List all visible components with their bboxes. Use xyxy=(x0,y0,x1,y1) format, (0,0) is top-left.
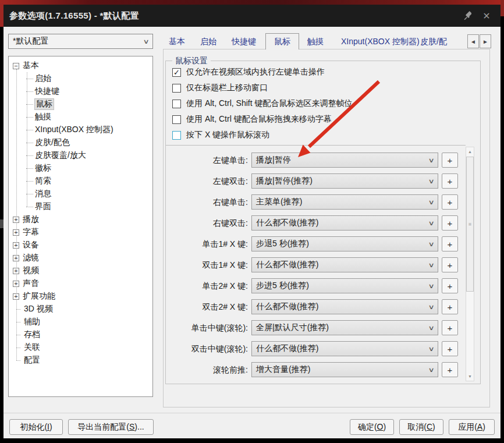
tree-connector xyxy=(26,79,33,79)
ok-button[interactable]: 确定(O) xyxy=(350,419,394,435)
tree-item-label: 字幕 xyxy=(23,227,39,238)
groupbox-title: 鼠标设置 xyxy=(172,56,211,66)
desktop-red-strip xyxy=(0,0,504,5)
tree-item-label: 鼠标 xyxy=(35,99,54,109)
footer-separator xyxy=(3,413,501,413)
tree-item[interactable]: −基本 xyxy=(9,59,152,72)
tree-connector xyxy=(26,155,33,156)
preferences-dialog: 参数选项(1.7.16555) - *默认配置 ✕ *默认配置 ∨ 基本 启始 … xyxy=(0,0,504,443)
tab-hotkeys[interactable]: 快捷键 xyxy=(232,34,256,49)
tree-item[interactable]: 消息 xyxy=(9,187,152,200)
tab-page-border xyxy=(163,49,490,407)
tree-item[interactable]: +设备 xyxy=(9,239,152,251)
tree-item-label: 设备 xyxy=(23,240,39,250)
tree-item[interactable]: 辅助 xyxy=(9,316,152,328)
tab-xinput[interactable]: XInput(XBOX 控制器) xyxy=(341,34,420,49)
tree-item[interactable]: 触摸 xyxy=(9,111,152,123)
tab-skin-truncated[interactable]: 皮肤/配 xyxy=(420,34,450,49)
tree-item-label: 播放 xyxy=(23,214,39,225)
tree-connector xyxy=(16,309,20,310)
tree-item-label: 消息 xyxy=(35,189,51,199)
tree-connector xyxy=(26,194,33,194)
tree-connector xyxy=(26,104,33,105)
tree-expand-icon[interactable]: + xyxy=(13,217,19,223)
tree-connector xyxy=(26,91,33,92)
tree-item-label: 皮肤覆盖/放大 xyxy=(35,150,86,161)
chevron-down-icon: ∨ xyxy=(143,38,149,45)
config-selector-value: *默认配置 xyxy=(13,36,48,47)
tree-item-label: 辅助 xyxy=(24,317,40,327)
tab-scroll-right-icon[interactable]: ► xyxy=(480,34,491,48)
tree-item[interactable]: 皮肤/配色 xyxy=(9,136,152,149)
tree-item[interactable]: +字幕 xyxy=(9,226,152,239)
tree-item-label: 存档 xyxy=(24,329,40,340)
tree-connector xyxy=(16,335,20,335)
tree-connector xyxy=(26,117,33,118)
tree-collapse-icon[interactable]: − xyxy=(13,63,19,69)
tree-item-label: 关联 xyxy=(24,342,40,353)
tree-item[interactable]: +声音 xyxy=(9,277,152,290)
tree-expand-icon[interactable]: + xyxy=(13,242,19,249)
tree-expand-icon[interactable]: + xyxy=(13,293,19,300)
tree-connector xyxy=(26,143,33,143)
tree-item-label: 配置 xyxy=(24,355,40,366)
tree-item-label: 基本 xyxy=(23,61,39,71)
tree-item-label: 扩展功能 xyxy=(23,291,55,302)
cancel-button[interactable]: 取消(C) xyxy=(399,419,443,435)
tree-item[interactable]: +视频 xyxy=(9,264,152,277)
tree-connector xyxy=(16,348,20,348)
pin-icon[interactable] xyxy=(461,10,473,22)
tree-item[interactable]: 配置 xyxy=(9,354,152,367)
tree-item[interactable]: +滤镜 xyxy=(9,251,152,264)
tab-startup[interactable]: 启始 xyxy=(200,34,216,49)
tree-item[interactable]: +播放 xyxy=(9,213,152,226)
dialog-client-area: *默认配置 ∨ 基本 启始 快捷键 鼠标 触摸 XInput(XBOX 控制器)… xyxy=(3,27,501,438)
tab-mouse-selected[interactable]: 鼠标 xyxy=(265,33,299,49)
tree-expand-icon[interactable]: + xyxy=(13,229,19,236)
tree-connector xyxy=(26,168,33,169)
tree-connector xyxy=(26,207,33,207)
config-selector[interactable]: *默认配置 ∨ xyxy=(8,34,153,49)
tree-item-label: 滤镜 xyxy=(23,253,39,263)
tab-scroll-left-icon[interactable]: ◄ xyxy=(467,34,479,48)
tree-item-label: 声音 xyxy=(23,278,39,289)
initialize-button[interactable]: 初始化(I) xyxy=(9,419,63,435)
tree-item[interactable]: 界面 xyxy=(9,200,152,213)
tree-item-label: 快捷键 xyxy=(35,86,59,97)
tab-touch[interactable]: 触摸 xyxy=(307,34,324,49)
tree-item[interactable]: 徽标 xyxy=(9,162,152,175)
apply-button[interactable]: 应用(A) xyxy=(449,419,495,435)
tree-item-label: 简索 xyxy=(35,176,51,186)
close-icon[interactable]: ✕ xyxy=(481,10,492,22)
tree-item[interactable]: 关联 xyxy=(9,341,152,354)
tree-item[interactable]: 简索 xyxy=(9,175,152,187)
tree-connector xyxy=(26,130,33,130)
tab-basic[interactable]: 基本 xyxy=(169,34,185,49)
tree-item[interactable]: 启始 xyxy=(9,72,152,85)
desktop-red-sliver-right xyxy=(501,0,504,16)
tree-item-label: 皮肤/配色 xyxy=(35,137,70,148)
tree-item[interactable]: 快捷键 xyxy=(9,85,152,98)
tree-expand-icon[interactable]: + xyxy=(13,255,19,261)
tree-item-label: 3D 视频 xyxy=(24,304,53,314)
tree-item-label: 启始 xyxy=(35,73,51,84)
tree-connector xyxy=(26,181,33,182)
tree-item-label: 触摸 xyxy=(35,112,51,122)
titlebar[interactable]: 参数选项(1.7.16555) - *默认配置 ✕ xyxy=(3,5,501,27)
tree-item-selected[interactable]: 鼠标 xyxy=(9,98,152,111)
tree-item[interactable]: +扩展功能 xyxy=(9,290,152,303)
tree-expand-icon[interactable]: + xyxy=(13,268,19,274)
tree-item-label: 视频 xyxy=(23,265,39,276)
tree-item-label: XInput(XBOX 控制器) xyxy=(35,125,113,135)
tree-item[interactable]: 皮肤覆盖/放大 xyxy=(9,149,152,162)
tree-expand-icon[interactable]: + xyxy=(13,281,19,287)
tree-item-label: 界面 xyxy=(35,201,51,212)
export-config-button[interactable]: 导出当前配置(S)... xyxy=(68,419,154,435)
window-title: 参数选项(1.7.16555) - *默认配置 xyxy=(9,10,139,22)
tree-item[interactable]: 3D 视频 xyxy=(9,303,152,316)
tree-item[interactable]: 存档 xyxy=(9,328,152,341)
tree-connector xyxy=(16,360,20,361)
tree-item[interactable]: XInput(XBOX 控制器) xyxy=(9,123,152,136)
tree-item-label: 徽标 xyxy=(35,163,51,173)
tree-connector xyxy=(16,322,20,322)
